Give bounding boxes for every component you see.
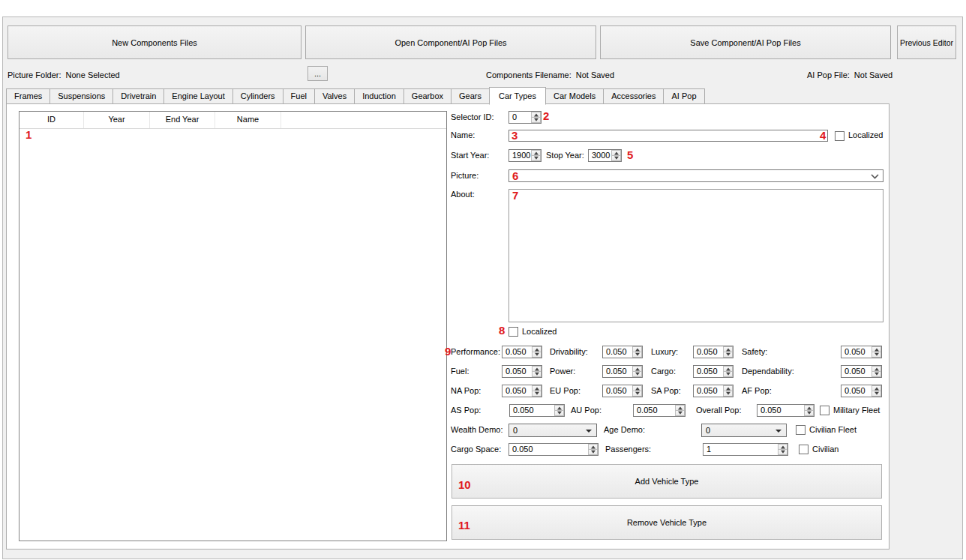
spinner-arrows[interactable] — [632, 366, 642, 377]
spinner-down-icon[interactable] — [532, 391, 542, 397]
spinner-arrows[interactable] — [872, 346, 881, 358]
spinner-down-icon[interactable] — [554, 410, 564, 416]
spinner-up-icon[interactable] — [804, 405, 814, 410]
spinner-down-icon[interactable] — [723, 352, 733, 358]
chevron-down-icon[interactable] — [871, 174, 879, 179]
spinner-down-icon[interactable] — [804, 410, 814, 416]
tab-induction[interactable]: Induction — [354, 88, 404, 104]
spinner-up-icon[interactable] — [532, 366, 542, 371]
spinner-up-icon[interactable] — [872, 366, 881, 371]
remove-vehicle-type-button[interactable]: Remove Vehicle Type — [452, 505, 882, 540]
spinner-down-icon[interactable] — [675, 410, 685, 416]
name-localized-checkbox[interactable] — [835, 131, 844, 141]
tab-drivetrain[interactable]: Drivetrain — [112, 88, 164, 104]
stop-year-spinner[interactable]: 3000 — [588, 149, 622, 162]
spinner-arrows[interactable] — [723, 366, 733, 377]
spinner-down-icon[interactable] — [632, 352, 642, 358]
tab-car-models[interactable]: Car Models — [545, 88, 604, 104]
previous-editor-button[interactable]: Previous Editor — [897, 25, 956, 59]
power-spinner[interactable]: 0.050 — [602, 365, 643, 378]
spinner-down-icon[interactable] — [632, 371, 642, 377]
spinner-up-icon[interactable] — [778, 444, 788, 449]
column-header-id[interactable]: ID — [20, 112, 84, 128]
na-pop-spinner[interactable]: 0.050 — [502, 385, 542, 397]
browse-picture-folder-button[interactable]: ... — [308, 66, 328, 81]
selector-id-spinner[interactable]: 0 — [508, 111, 542, 124]
tab-suspensions[interactable]: Suspensions — [50, 88, 113, 104]
spinner-up-icon[interactable] — [531, 112, 541, 117]
new-components-files-button[interactable]: New Components Files — [8, 25, 302, 59]
af-pop-spinner[interactable]: 0.050 — [841, 385, 882, 397]
spinner-arrows[interactable] — [532, 346, 542, 358]
spinner-down-icon[interactable] — [532, 371, 542, 377]
tab-ai-pop[interactable]: AI Pop — [663, 88, 704, 104]
spinner-arrows[interactable] — [532, 385, 542, 397]
spinner-arrows[interactable] — [611, 150, 621, 161]
start-year-spinner[interactable]: 1900 — [508, 149, 542, 162]
spinner-arrows[interactable] — [554, 405, 564, 416]
spinner-down-icon[interactable] — [723, 371, 733, 377]
tab-engine-layout[interactable]: Engine Layout — [164, 88, 232, 104]
tab-accessories[interactable]: Accessories — [603, 88, 664, 104]
add-vehicle-type-button[interactable]: Add Vehicle Type — [452, 464, 882, 499]
picture-dropdown[interactable] — [508, 169, 884, 182]
column-header-name[interactable]: Name — [215, 112, 281, 128]
spinner-up-icon[interactable] — [532, 385, 542, 391]
spinner-arrows[interactable] — [531, 150, 541, 161]
about-localized-checkbox[interactable] — [508, 327, 518, 337]
spinner-arrows[interactable] — [723, 346, 733, 358]
spinner-up-icon[interactable] — [532, 346, 542, 352]
sa-pop-spinner[interactable]: 0.050 — [693, 385, 734, 397]
dependability-spinner[interactable]: 0.050 — [841, 365, 882, 378]
tab-frames[interactable]: Frames — [6, 88, 50, 104]
tab-gearbox[interactable]: Gearbox — [404, 88, 452, 104]
tab-valves[interactable]: Valves — [314, 88, 355, 104]
spinner-arrows[interactable] — [675, 405, 685, 416]
safety-spinner[interactable]: 0.050 — [841, 346, 882, 358]
spinner-down-icon[interactable] — [531, 117, 541, 123]
spinner-down-icon[interactable] — [723, 391, 733, 397]
spinner-up-icon[interactable] — [723, 346, 733, 352]
column-header-end-year[interactable]: End Year — [150, 112, 215, 128]
spinner-arrows[interactable] — [872, 385, 881, 397]
spinner-up-icon[interactable] — [675, 405, 685, 410]
drivability-spinner[interactable]: 0.050 — [602, 346, 643, 358]
spinner-up-icon[interactable] — [872, 346, 881, 352]
open-component-aipop-files-button[interactable]: Open Component/AI Pop Files — [305, 25, 596, 59]
spinner-down-icon[interactable] — [531, 155, 541, 161]
vehicle-types-table[interactable]: ID Year End Year Name — [19, 111, 447, 541]
as-pop-spinner[interactable]: 0.050 — [509, 404, 565, 417]
spinner-up-icon[interactable] — [723, 385, 733, 391]
spinner-up-icon[interactable] — [723, 366, 733, 371]
about-textarea[interactable] — [508, 189, 884, 322]
spinner-down-icon[interactable] — [872, 391, 881, 397]
tab-cylinders[interactable]: Cylinders — [232, 88, 284, 104]
eu-pop-spinner[interactable]: 0.050 — [602, 385, 643, 397]
spinner-down-icon[interactable] — [611, 155, 621, 161]
spinner-down-icon[interactable] — [588, 449, 598, 455]
spinner-down-icon[interactable] — [632, 391, 642, 397]
spinner-up-icon[interactable] — [588, 444, 598, 449]
performance-spinner[interactable]: 0.050 — [502, 346, 542, 358]
wealth-demo-dropdown[interactable]: 0 — [508, 424, 597, 437]
age-demo-dropdown[interactable]: 0 — [701, 424, 787, 437]
spinner-arrows[interactable] — [532, 366, 542, 377]
spinner-arrows[interactable] — [723, 385, 733, 397]
spinner-up-icon[interactable] — [872, 385, 881, 391]
spinner-arrows[interactable] — [588, 444, 598, 455]
passengers-spinner[interactable]: 1 — [703, 443, 788, 456]
civilian-fleet-checkbox[interactable] — [796, 425, 806, 435]
spinner-arrows[interactable] — [632, 346, 642, 358]
spinner-arrows[interactable] — [778, 444, 788, 455]
tab-car-types[interactable]: Car Types — [489, 87, 546, 105]
spinner-up-icon[interactable] — [554, 405, 564, 410]
luxury-spinner[interactable]: 0.050 — [693, 346, 734, 358]
civilian-checkbox[interactable] — [799, 445, 808, 454]
name-input[interactable] — [508, 130, 828, 142]
spinner-up-icon[interactable] — [611, 150, 621, 155]
tab-gears[interactable]: Gears — [451, 88, 490, 104]
column-header-year[interactable]: Year — [84, 112, 150, 128]
spinner-up-icon[interactable] — [632, 366, 642, 371]
table-body-empty[interactable] — [20, 129, 446, 541]
spinner-up-icon[interactable] — [632, 385, 642, 391]
